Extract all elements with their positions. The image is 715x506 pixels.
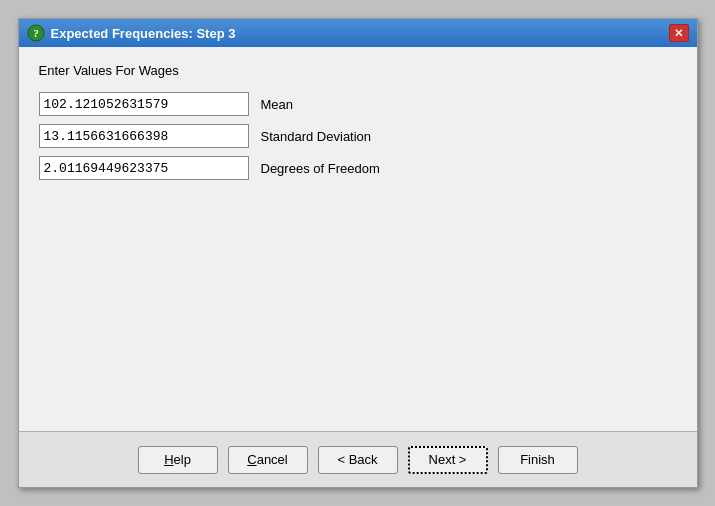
window-title: Expected Frequencies: Step 3 (51, 26, 669, 41)
help-button[interactable]: Help (138, 446, 218, 474)
title-bar: ? Expected Frequencies: Step 3 ✕ (19, 19, 697, 47)
finish-label: Finish (520, 452, 555, 467)
close-button[interactable]: ✕ (669, 24, 689, 42)
field-row-stddev: Standard Deviation (39, 124, 677, 148)
section-label: Enter Values For Wages (39, 63, 677, 78)
next-button[interactable]: Next > (408, 446, 488, 474)
window-icon: ? (27, 24, 45, 42)
svg-text:?: ? (33, 27, 39, 39)
cancel-button[interactable]: Cancel (228, 446, 308, 474)
content-area: Enter Values For Wages Mean Standard Dev… (19, 47, 697, 431)
back-label: < Back (337, 452, 377, 467)
field-row-dof: Degrees of Freedom (39, 156, 677, 180)
fields-container: Mean Standard Deviation Degrees of Freed… (39, 92, 677, 180)
stddev-label: Standard Deviation (261, 129, 372, 144)
mean-label: Mean (261, 97, 294, 112)
dof-input[interactable] (39, 156, 249, 180)
field-row-mean: Mean (39, 92, 677, 116)
mean-input[interactable] (39, 92, 249, 116)
button-bar: Help Cancel < Back Next > Finish (19, 431, 697, 487)
back-button[interactable]: < Back (318, 446, 398, 474)
main-window: ? Expected Frequencies: Step 3 ✕ Enter V… (18, 18, 698, 488)
cancel-label: Cancel (247, 452, 287, 467)
finish-button[interactable]: Finish (498, 446, 578, 474)
next-label: Next > (429, 452, 467, 467)
stddev-input[interactable] (39, 124, 249, 148)
help-label: Help (164, 452, 191, 467)
dof-label: Degrees of Freedom (261, 161, 380, 176)
